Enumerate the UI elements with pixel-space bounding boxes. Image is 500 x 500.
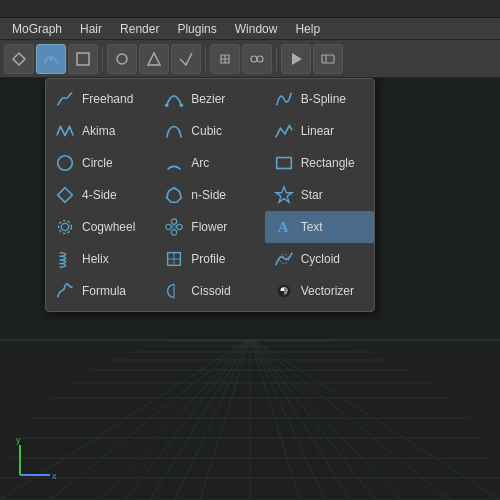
text-icon: A: [273, 216, 295, 238]
spline-menu-item-star[interactable]: Star: [265, 179, 374, 211]
spline-menu-label-cogwheel: Cogwheel: [82, 220, 135, 234]
svg-marker-49: [58, 188, 73, 203]
spline-menu-label-cissoid: Cissoid: [191, 284, 230, 298]
spline-menu-label-formula: Formula: [82, 284, 126, 298]
formula-icon: [54, 280, 76, 302]
viewport[interactable]: x y FreehandBezierB-SplineAkimaCubicLine…: [0, 78, 500, 500]
spline-menu-item-helix[interactable]: Helix: [46, 243, 155, 275]
svg-point-53: [59, 221, 72, 234]
spline-menu-label-cubic: Cubic: [191, 124, 222, 138]
svg-point-5: [257, 56, 263, 62]
menu-help[interactable]: Help: [287, 20, 328, 38]
arc-icon: [163, 152, 185, 174]
spline-menu-item-circle[interactable]: Circle: [46, 147, 155, 179]
toolbar-btn-6[interactable]: [171, 44, 201, 74]
spline-menu-label-text: Text: [301, 220, 323, 234]
spline-menu-item-cubic[interactable]: Cubic: [155, 115, 264, 147]
title-bar: [0, 0, 500, 18]
spline-menu-label-vectorizer: Vectorizer: [301, 284, 354, 298]
spline-menu-item-formula[interactable]: Formula: [46, 275, 155, 307]
spline-menu-label-freehand: Freehand: [82, 92, 133, 106]
toolbar-btn-3[interactable]: [68, 44, 98, 74]
spline-menu-label-profile: Profile: [191, 252, 225, 266]
svg-marker-50: [167, 188, 182, 203]
spline-menu-item-text[interactable]: AText: [265, 211, 374, 243]
toolbar-btn-4[interactable]: [107, 44, 137, 74]
menu-mograph[interactable]: MoGraph: [4, 20, 70, 38]
spline-menu-item-cissoid[interactable]: Cissoid: [155, 275, 264, 307]
nside-icon: [163, 184, 185, 206]
spline-menu-item-vectorizer[interactable]: Vectorizer: [265, 275, 374, 307]
toolbar-btn-9[interactable]: [313, 44, 343, 74]
profile-icon: [163, 248, 185, 270]
svg-point-43: [165, 104, 169, 108]
spline-menu-label-flower: Flower: [191, 220, 227, 234]
axes-indicator: x y: [10, 435, 60, 485]
spline-menu-label-akima: Akima: [82, 124, 115, 138]
spline-menu-label-nside: n-Side: [191, 188, 226, 202]
spline-menu-item-freehand[interactable]: Freehand: [46, 83, 155, 115]
spline-menu-grid: FreehandBezierB-SplineAkimaCubicLinearCi…: [46, 83, 374, 307]
spline-menu-label-4side: 4-Side: [82, 188, 117, 202]
svg-point-57: [166, 224, 171, 229]
svg-point-2: [117, 54, 127, 64]
toolbar-btn-7[interactable]: [210, 44, 240, 74]
svg-point-52: [61, 223, 68, 230]
bspline-icon: [273, 88, 295, 110]
spline-menu-item-nside[interactable]: n-Side: [155, 179, 264, 211]
spline-menu-item-linear[interactable]: Linear: [265, 115, 374, 147]
svg-point-44: [180, 104, 184, 108]
svg-rect-48: [276, 158, 291, 169]
linear-icon: [273, 120, 295, 142]
akima-icon: [54, 120, 76, 142]
svg-rect-7: [322, 55, 334, 63]
cycloid-icon: [273, 248, 295, 270]
toolbar-btn-spline[interactable]: [36, 44, 66, 74]
spline-menu-item-bspline[interactable]: B-Spline: [265, 83, 374, 115]
svg-marker-6: [292, 53, 302, 65]
svg-point-0: [49, 57, 53, 61]
helix-icon: [54, 248, 76, 270]
spline-menu-label-helix: Helix: [82, 252, 109, 266]
cubic-icon: [163, 120, 185, 142]
svg-point-58: [172, 225, 177, 230]
svg-point-56: [172, 230, 177, 235]
bezier-icon: [163, 88, 185, 110]
spline-menu-item-akima[interactable]: Akima: [46, 115, 155, 147]
spline-menu-item-profile[interactable]: Profile: [155, 243, 264, 275]
spline-menu-label-cycloid: Cycloid: [301, 252, 340, 266]
cogwheel-icon: [54, 216, 76, 238]
rectangle-icon: [273, 152, 295, 174]
menu-plugins[interactable]: Plugins: [169, 20, 224, 38]
toolbar-sep-2: [205, 47, 206, 71]
star-icon: [273, 184, 295, 206]
menu-render[interactable]: Render: [112, 20, 167, 38]
svg-text:x: x: [52, 471, 57, 481]
freehand-icon: [54, 88, 76, 110]
toolbar-sep-1: [102, 47, 103, 71]
menu-window[interactable]: Window: [227, 20, 286, 38]
toolbar-btn-8[interactable]: [242, 44, 272, 74]
spline-menu-label-arc: Arc: [191, 156, 209, 170]
svg-rect-1: [77, 53, 89, 65]
toolbar-btn-render[interactable]: [281, 44, 311, 74]
toolbar-btn-5[interactable]: [139, 44, 169, 74]
spline-menu-item-cogwheel[interactable]: Cogwheel: [46, 211, 155, 243]
toolbar-btn-1[interactable]: [4, 44, 34, 74]
spline-menu-item-cycloid[interactable]: Cycloid: [265, 243, 374, 275]
4side-icon: [54, 184, 76, 206]
spline-menu-item-flower[interactable]: Flower: [155, 211, 264, 243]
cissoid-icon: [163, 280, 185, 302]
spline-menu-item-arc[interactable]: Arc: [155, 147, 264, 179]
circle-icon: [54, 152, 76, 174]
menu-hair[interactable]: Hair: [72, 20, 110, 38]
toolbar: [0, 40, 500, 78]
spline-menu-item-rectangle[interactable]: Rectangle: [265, 147, 374, 179]
spline-menu-item-bezier[interactable]: Bezier: [155, 83, 264, 115]
spline-menu-label-linear: Linear: [301, 124, 334, 138]
toolbar-sep-3: [276, 47, 277, 71]
spline-menu-item-4side[interactable]: 4-Side: [46, 179, 155, 211]
svg-point-4: [251, 56, 257, 62]
svg-point-55: [177, 224, 182, 229]
spline-menu-label-circle: Circle: [82, 156, 113, 170]
